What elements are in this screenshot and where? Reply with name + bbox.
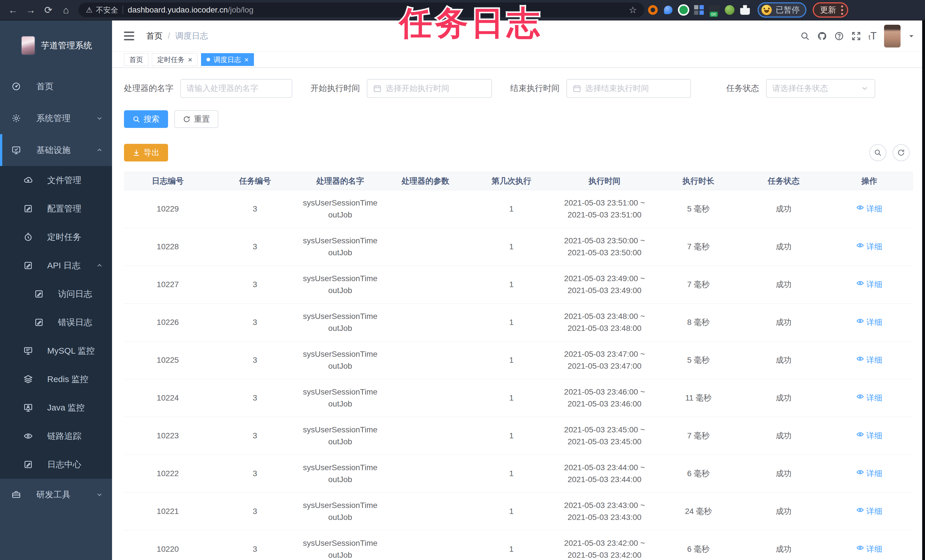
action-cell: 详细 (826, 493, 913, 530)
sidebar-item-system[interactable]: 系统管理 (0, 102, 112, 134)
sidebar-item-infra[interactable]: 基础设施 (0, 134, 112, 166)
extension-icon[interactable]: on (708, 3, 721, 17)
log-id-cell: 10223 (124, 417, 212, 455)
detail-link[interactable]: 详细 (856, 543, 882, 555)
paused-extension-badge[interactable]: 已暂停 (758, 2, 806, 18)
detail-link[interactable]: 详细 (856, 392, 882, 404)
hamburger-icon[interactable] (124, 30, 137, 42)
end-time-field[interactable] (566, 79, 691, 98)
sidebar-item-label: 研发工具 (36, 489, 71, 501)
reset-button[interactable]: 重置 (174, 110, 218, 128)
start-time-field[interactable] (367, 79, 492, 98)
export-button[interactable]: 导出 (124, 144, 168, 161)
browser-home-icon[interactable]: ⌂ (58, 2, 74, 18)
browser-update-button[interactable]: 更新 (813, 2, 848, 18)
tab-定时任务[interactable]: 定时任务× (152, 53, 197, 66)
browser-forward-icon[interactable]: → (23, 2, 39, 18)
browser-back-icon[interactable]: ← (5, 2, 21, 18)
sidebar-item-api-log[interactable]: API 日志 (0, 251, 112, 280)
avatar[interactable] (884, 25, 901, 47)
github-icon[interactable] (817, 31, 827, 41)
sidebar-item-java[interactable]: Java 监控 (0, 393, 112, 422)
log-id-cell: 10226 (124, 304, 212, 342)
sidebar-item-trace[interactable]: 链路追踪 (0, 422, 112, 450)
table-row: 102213sysUserSessionTimeoutJob12021-05-0… (124, 493, 913, 530)
table-row: 102253sysUserSessionTimeoutJob12021-05-0… (124, 342, 913, 379)
detail-link[interactable]: 详细 (856, 278, 882, 291)
close-icon[interactable]: × (188, 56, 192, 63)
sidebar-item-mysql[interactable]: MySQL 监控 (0, 337, 112, 365)
detail-link[interactable]: 详细 (856, 241, 882, 253)
sidebar-item-access-log[interactable]: 访问日志 (0, 280, 112, 308)
handler-name-cell: sysUserSessionTimeoutJob (298, 190, 382, 228)
close-icon[interactable]: × (244, 56, 249, 63)
browser-reload-icon[interactable]: ⟳ (41, 2, 56, 18)
status-cell: 成功 (742, 379, 826, 417)
end-time-input[interactable] (585, 84, 685, 93)
sidebar-item-file[interactable]: 文件管理 (0, 166, 112, 194)
not-secure-warning[interactable]: ⚠ 不安全 (86, 5, 118, 15)
sidebar-item-home[interactable]: 首页 (0, 71, 112, 102)
app-logo[interactable]: 芋道管理系统 (0, 21, 112, 71)
app-title: 芋道管理系统 (41, 40, 92, 51)
log-id-cell: 10225 (124, 342, 212, 379)
sidebar-item-log-center[interactable]: 日志中心 (0, 450, 112, 479)
exec-index-cell: 1 (469, 342, 554, 379)
search-button[interactable]: 搜索 (124, 110, 168, 128)
extension-icon[interactable] (723, 3, 737, 17)
breadcrumb-home[interactable]: 首页 (146, 30, 163, 42)
start-time-input[interactable] (386, 84, 486, 93)
extension-icon[interactable] (692, 3, 706, 17)
detail-link[interactable]: 详细 (856, 316, 882, 328)
detail-link[interactable]: 详细 (856, 468, 882, 480)
font-size-icon[interactable]: tT (868, 30, 877, 42)
column-header: 第几次执行 (469, 172, 554, 190)
sidebar-item-config[interactable]: 配置管理 (0, 194, 112, 223)
search-icon (874, 149, 882, 157)
handler-param-cell (382, 417, 469, 455)
exec-time-cell: 2021-05-03 23:45:00 ~2021-05-03 23:45:00 (554, 417, 655, 455)
detail-link[interactable]: 详细 (856, 354, 882, 366)
sidebar-item-label: Redis 监控 (47, 373, 89, 385)
tab-首页[interactable]: 首页 (124, 53, 148, 66)
sidebar-item-redis[interactable]: Redis 监控 (0, 365, 112, 393)
extension-icon[interactable] (646, 3, 660, 17)
browser-toolbar: ← → ⟳ ⌂ ⚠ 不安全 dashboard.yudao.iocoder.cn… (0, 0, 925, 21)
table-row: 102243sysUserSessionTimeoutJob12021-05-0… (124, 379, 913, 417)
sidebar-item-dev-tools[interactable]: 研发工具 (0, 479, 112, 510)
toggle-search-button[interactable] (869, 144, 886, 161)
action-cell: 详细 (826, 190, 913, 228)
main-area: 首页 / 调度日志 tT 首页定时任务×调度日志× 处理器的名字 (112, 21, 925, 560)
tab-调度日志[interactable]: 调度日志× (201, 53, 254, 66)
handler-name-input[interactable] (187, 84, 286, 93)
caret-down-icon[interactable] (908, 33, 915, 39)
refresh-table-button[interactable] (893, 144, 910, 161)
job-log-table: 日志编号任务编号处理器的名字处理器的参数第几次执行执行时间执行时长任务状态操作 … (124, 172, 913, 560)
detail-link[interactable]: 详细 (856, 430, 882, 442)
table-row: 102283sysUserSessionTimeoutJob12021-05-0… (124, 228, 913, 266)
browser-menu-icon[interactable] (841, 5, 843, 15)
job-id-cell: 3 (212, 228, 298, 266)
eye-icon (856, 203, 864, 215)
bookmark-star-icon[interactable]: ☆ (629, 5, 637, 15)
address-bar[interactable]: ⚠ 不安全 dashboard.yudao.iocoder.cn/job/log… (78, 3, 644, 17)
extension-icon[interactable] (738, 3, 752, 17)
help-icon[interactable] (834, 31, 844, 41)
extension-icon[interactable] (661, 3, 675, 17)
detail-link[interactable]: 详细 (856, 203, 882, 215)
handler-name-cell: sysUserSessionTimeoutJob (298, 266, 382, 304)
detail-link[interactable]: 详细 (856, 506, 882, 517)
extension-icon[interactable] (677, 3, 690, 17)
action-cell: 详细 (826, 266, 913, 304)
job-status-select[interactable]: 请选择任务状态 (766, 79, 875, 98)
search-icon[interactable] (800, 31, 810, 41)
sidebar-item-error-log[interactable]: 错误日志 (0, 308, 112, 337)
tags-view-bar: 首页定时任务×调度日志× (112, 52, 925, 68)
chevron-up-icon (96, 262, 104, 269)
handler-name-field[interactable] (180, 79, 292, 98)
chevron-up-icon (96, 146, 104, 154)
sidebar-item-job[interactable]: 定时任务 (0, 223, 112, 251)
job-id-cell: 3 (212, 190, 298, 228)
fullscreen-icon[interactable] (851, 31, 861, 41)
page-scrollbar[interactable] (922, 21, 925, 560)
